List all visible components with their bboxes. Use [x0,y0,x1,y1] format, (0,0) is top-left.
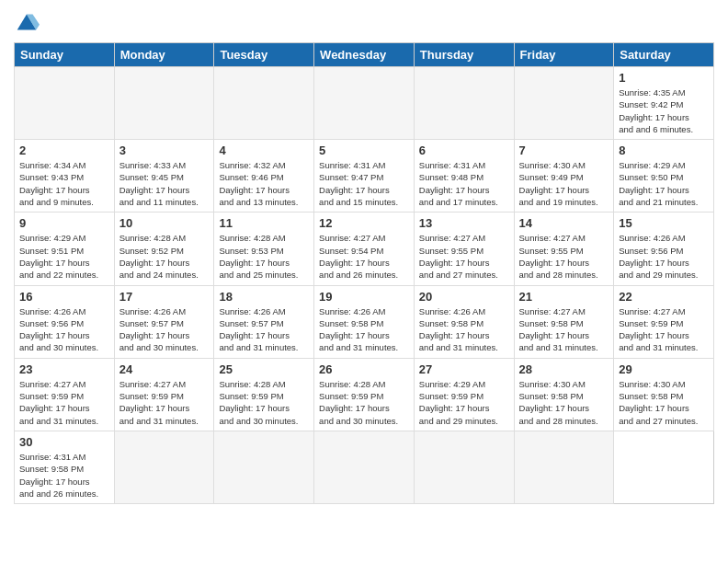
day-number: 2 [19,144,109,157]
calendar-cell [114,67,214,140]
calendar-cell [514,67,614,140]
calendar-cell: 12Sunrise: 4:27 AMSunset: 9:54 PMDayligh… [314,213,415,285]
calendar-cell: 5Sunrise: 4:31 AMSunset: 9:47 PMDaylight… [314,140,415,213]
calendar-cell: 20Sunrise: 4:26 AMSunset: 9:58 PMDayligh… [414,285,514,358]
calendar-cell: 21Sunrise: 4:27 AMSunset: 9:58 PMDayligh… [514,285,614,358]
day-info: Sunrise: 4:31 AMSunset: 9:48 PMDaylight:… [419,159,509,208]
day-number: 7 [519,144,609,157]
day-info: Sunrise: 4:30 AMSunset: 9:49 PMDaylight:… [519,159,609,208]
weekday-header: Friday [514,43,614,67]
day-info: Sunrise: 4:27 AMSunset: 9:54 PMDaylight:… [319,232,409,281]
day-info: Sunrise: 4:29 AMSunset: 9:59 PMDaylight:… [419,378,509,427]
weekday-header: Monday [114,43,214,67]
weekday-header: Sunday [15,43,115,67]
day-info: Sunrise: 4:32 AMSunset: 9:46 PMDaylight:… [219,159,309,208]
day-number: 13 [419,216,509,230]
day-info: Sunrise: 4:27 AMSunset: 9:55 PMDaylight:… [519,232,609,281]
day-info: Sunrise: 4:33 AMSunset: 9:45 PMDaylight:… [119,159,210,208]
calendar-row: 9Sunrise: 4:29 AMSunset: 9:51 PMDaylight… [15,213,714,285]
day-info: Sunrise: 4:26 AMSunset: 9:58 PMDaylight:… [419,305,509,354]
calendar-cell: 27Sunrise: 4:29 AMSunset: 9:59 PMDayligh… [414,358,514,431]
day-number: 3 [119,144,210,157]
calendar-cell: 30Sunrise: 4:31 AMSunset: 9:58 PMDayligh… [15,431,115,503]
calendar-cell: 23Sunrise: 4:27 AMSunset: 9:59 PMDayligh… [15,358,115,431]
calendar-cell [314,431,415,503]
calendar-cell: 19Sunrise: 4:26 AMSunset: 9:58 PMDayligh… [314,285,415,358]
day-info: Sunrise: 4:35 AMSunset: 9:42 PMDaylight:… [619,86,709,135]
calendar-cell: 17Sunrise: 4:26 AMSunset: 9:57 PMDayligh… [114,285,214,358]
day-info: Sunrise: 4:30 AMSunset: 9:58 PMDaylight:… [519,378,609,427]
day-number: 30 [19,435,109,449]
calendar-cell: 15Sunrise: 4:26 AMSunset: 9:56 PMDayligh… [614,213,714,285]
day-info: Sunrise: 4:27 AMSunset: 9:59 PMDaylight:… [619,305,709,354]
calendar-cell: 11Sunrise: 4:28 AMSunset: 9:53 PMDayligh… [214,213,314,285]
day-info: Sunrise: 4:29 AMSunset: 9:51 PMDaylight:… [19,232,109,281]
calendar-cell: 10Sunrise: 4:28 AMSunset: 9:52 PMDayligh… [114,213,214,285]
day-info: Sunrise: 4:34 AMSunset: 9:43 PMDaylight:… [19,159,109,208]
day-info: Sunrise: 4:31 AMSunset: 9:58 PMDaylight:… [19,451,109,500]
calendar-cell: 24Sunrise: 4:27 AMSunset: 9:59 PMDayligh… [114,358,214,431]
weekday-header: Saturday [614,43,714,67]
day-number: 4 [219,144,309,157]
day-info: Sunrise: 4:27 AMSunset: 9:59 PMDaylight:… [19,378,109,427]
day-number: 23 [19,362,109,376]
page-header [14,9,714,35]
day-info: Sunrise: 4:29 AMSunset: 9:50 PMDaylight:… [619,159,709,208]
calendar-cell: 25Sunrise: 4:28 AMSunset: 9:59 PMDayligh… [214,358,314,431]
calendar-cell [514,431,614,503]
weekday-header: Wednesday [314,43,415,67]
day-info: Sunrise: 4:30 AMSunset: 9:58 PMDaylight:… [619,378,709,427]
day-info: Sunrise: 4:27 AMSunset: 9:59 PMDaylight:… [119,378,210,427]
calendar-cell: 14Sunrise: 4:27 AMSunset: 9:55 PMDayligh… [514,213,614,285]
day-number: 24 [119,362,210,376]
calendar-cell: 13Sunrise: 4:27 AMSunset: 9:55 PMDayligh… [414,213,514,285]
calendar-cell: 3Sunrise: 4:33 AMSunset: 9:45 PMDaylight… [114,140,214,213]
day-number: 28 [519,362,609,376]
calendar-cell: 26Sunrise: 4:28 AMSunset: 9:59 PMDayligh… [314,358,415,431]
day-info: Sunrise: 4:26 AMSunset: 9:58 PMDaylight:… [319,305,409,354]
day-number: 14 [519,216,609,230]
calendar-cell: 2Sunrise: 4:34 AMSunset: 9:43 PMDaylight… [15,140,115,213]
day-info: Sunrise: 4:28 AMSunset: 9:53 PMDaylight:… [219,232,309,281]
calendar-row: 2Sunrise: 4:34 AMSunset: 9:43 PMDaylight… [15,140,714,213]
calendar-cell [314,67,415,140]
day-number: 20 [419,290,509,304]
calendar-cell: 18Sunrise: 4:26 AMSunset: 9:57 PMDayligh… [214,285,314,358]
calendar-cell: 28Sunrise: 4:30 AMSunset: 9:58 PMDayligh… [514,358,614,431]
day-info: Sunrise: 4:27 AMSunset: 9:55 PMDaylight:… [419,232,509,281]
calendar-cell [214,67,314,140]
weekday-header: Thursday [414,43,514,67]
calendar-cell: 7Sunrise: 4:30 AMSunset: 9:49 PMDaylight… [514,140,614,213]
day-number: 27 [419,362,509,376]
calendar-cell [414,67,514,140]
day-number: 15 [619,216,709,230]
day-info: Sunrise: 4:26 AMSunset: 9:57 PMDaylight:… [219,305,309,354]
calendar-cell [414,431,514,503]
day-info: Sunrise: 4:26 AMSunset: 9:57 PMDaylight:… [119,305,210,354]
calendar-cell: 16Sunrise: 4:26 AMSunset: 9:56 PMDayligh… [15,285,115,358]
day-info: Sunrise: 4:28 AMSunset: 9:52 PMDaylight:… [119,232,210,281]
calendar-cell: 29Sunrise: 4:30 AMSunset: 9:58 PMDayligh… [614,358,714,431]
day-info: Sunrise: 4:31 AMSunset: 9:47 PMDaylight:… [319,159,409,208]
day-number: 10 [119,216,210,230]
day-number: 29 [619,362,709,376]
calendar-cell [114,431,214,503]
calendar-row: 1Sunrise: 4:35 AMSunset: 9:42 PMDaylight… [15,67,714,140]
day-info: Sunrise: 4:26 AMSunset: 9:56 PMDaylight:… [19,305,109,354]
calendar-cell: 9Sunrise: 4:29 AMSunset: 9:51 PMDaylight… [15,213,115,285]
weekday-header: Tuesday [214,43,314,67]
day-info: Sunrise: 4:26 AMSunset: 9:56 PMDaylight:… [619,232,709,281]
day-info: Sunrise: 4:28 AMSunset: 9:59 PMDaylight:… [319,378,409,427]
day-number: 12 [319,216,409,230]
logo [14,9,43,35]
calendar-header-row: SundayMondayTuesdayWednesdayThursdayFrid… [15,43,714,67]
day-number: 9 [19,216,109,230]
day-number: 25 [219,362,309,376]
calendar-row: 23Sunrise: 4:27 AMSunset: 9:59 PMDayligh… [15,358,714,431]
calendar-cell: 22Sunrise: 4:27 AMSunset: 9:59 PMDayligh… [614,285,714,358]
calendar-cell: 1Sunrise: 4:35 AMSunset: 9:42 PMDaylight… [614,67,714,140]
day-number: 8 [619,144,709,157]
day-number: 6 [419,144,509,157]
day-number: 21 [519,290,609,304]
day-number: 5 [319,144,409,157]
